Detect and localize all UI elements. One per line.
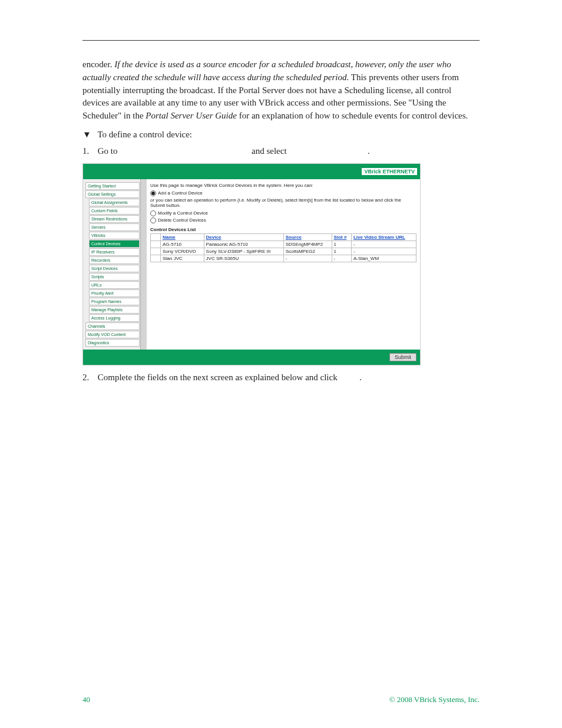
cell-source: - [283, 255, 332, 262]
cell-slot: 1 [332, 241, 351, 248]
nav-global-assignments[interactable]: Global Assignments [89, 199, 140, 206]
nav-manage-playlists[interactable]: Manage Playlists [89, 306, 140, 314]
shot-intro: Use this page to manage VBrick Control D… [150, 183, 416, 188]
top-rule [82, 40, 480, 41]
step-1: 1. Go to and select . [82, 145, 480, 158]
radio-modify-label: Modify a Control Device [158, 210, 208, 216]
shot-botbar: Submit [83, 350, 420, 365]
cell-slot: 1 [332, 248, 351, 255]
nav-getting-started[interactable]: Getting Started [85, 182, 140, 190]
nav-channels[interactable]: Channels [85, 322, 140, 330]
copyright: © 2008 VBrick Systems, Inc. [389, 695, 480, 704]
vbrick-logo: VBrick ETHERNETV [361, 167, 418, 176]
nav-urls[interactable]: URLs [89, 281, 140, 289]
submit-button[interactable]: Submit [389, 353, 416, 361]
intro-prefix: encoder. [82, 60, 114, 69]
intro-guide: Portal Server User Guide [146, 111, 237, 120]
nav-custom-fields[interactable]: Custom Fields [89, 207, 140, 215]
cell-url: - [351, 241, 416, 248]
step-2: 2. Complete the fields on the next scree… [82, 371, 480, 384]
intro-paragraph: encoder. If the device is used as a sour… [82, 58, 480, 123]
step-2-text: Complete the fields on the next screen a… [98, 373, 338, 382]
step-2-number: 2. [82, 371, 95, 384]
shot-content: Use this page to manage VBrick Control D… [147, 179, 420, 350]
th-url[interactable]: Live Video Stream URL [351, 234, 416, 241]
cell-url: A-Stan_WM [351, 255, 416, 262]
table-header-row: Name Device Source Slot # Live Video Str… [151, 234, 416, 241]
cell-name: Sony VCR/DVD [161, 248, 204, 255]
nav-program-names[interactable]: Program Names [89, 298, 140, 305]
shot-or-text: or you can select an operation to perfor… [150, 197, 416, 208]
nav-servers[interactable]: Servers [89, 223, 140, 231]
table-row[interactable]: AG-5710 Panasonic AG-5710 SDSEngMP4MP2 1… [151, 241, 416, 248]
radio-add-label: Add a Control Device [158, 190, 203, 196]
nav-ip-receivers[interactable]: IP Receivers [89, 248, 140, 256]
cell-device: Panasonic AG-5710 [204, 241, 283, 248]
step-1-c: . [368, 146, 370, 156]
nav-modify-vod[interactable]: Modify VOD Content [85, 331, 140, 338]
radio-icon [150, 210, 156, 216]
th-source[interactable]: Source [283, 234, 332, 241]
step-2-tail: . [359, 373, 362, 382]
cell-source: SDSEngMP4MP2 [283, 241, 332, 248]
cell-device: Sony SLV-D380P - SpitFIRE III [204, 248, 283, 255]
th-name[interactable]: Name [161, 234, 204, 241]
nav-recorders[interactable]: Recorders [89, 256, 140, 264]
nav-diagnostics[interactable]: Diagnostics [85, 339, 140, 347]
nav-vbricks[interactable]: VBricks [89, 232, 140, 239]
table-row[interactable]: Stan JVC JVC SR-S365U - - A-Stan_WM [151, 255, 416, 262]
intro-tail: for an explanation of how to schedule ev… [237, 111, 468, 120]
radio-delete[interactable]: Delete Control Devices [150, 218, 416, 223]
th-device[interactable]: Device [204, 234, 283, 241]
list-title: Control Devices List [150, 227, 416, 232]
step-define: ▼ To define a control device: [82, 129, 480, 141]
cell-name: Stan JVC [161, 255, 204, 262]
page-footer: 40 © 2008 VBrick Systems, Inc. [82, 695, 480, 704]
step-1-b: and select [252, 146, 287, 156]
shot-topbar: VBrick ETHERNETV [83, 164, 420, 179]
cell-url: - [351, 248, 416, 255]
radio-delete-label: Delete Control Devices [158, 218, 206, 223]
th-slot[interactable]: Slot # [332, 234, 351, 241]
nav-access-logging[interactable]: Access Logging [89, 314, 140, 322]
nav-global-settings[interactable]: Global Settings [85, 190, 140, 198]
shot-nav: Getting Started Global Settings Global A… [83, 179, 147, 350]
devices-table: Name Device Source Slot # Live Video Str… [150, 233, 416, 262]
radio-modify[interactable]: Modify a Control Device [150, 210, 416, 216]
page-number: 40 [82, 695, 90, 704]
radio-icon [150, 190, 156, 196]
nav-scripts[interactable]: Scripts [89, 273, 140, 281]
step-define-text: To define a control device: [97, 130, 192, 139]
nav-priority-alert[interactable]: Priority Alert [89, 289, 140, 297]
step-1-number: 1. [82, 145, 95, 158]
cell-source: ScottsMPEG2 [283, 248, 332, 255]
nav-script-devices[interactable]: Script Devices [89, 265, 140, 272]
step-1-a: Go to [98, 146, 118, 156]
cell-device: JVC SR-S365U [204, 255, 283, 262]
nav-control-devices[interactable]: Control Devices [89, 240, 140, 248]
triangle-icon: ▼ [82, 129, 95, 141]
nav-stream-restrictions[interactable]: Stream Restrictions [89, 215, 140, 223]
cell-name: AG-5710 [161, 241, 204, 248]
radio-icon [150, 218, 156, 223]
table-row[interactable]: Sony VCR/DVD Sony SLV-D380P - SpitFIRE I… [151, 248, 416, 255]
screenshot-panel: VBrick ETHERNETV Getting Started Global … [82, 163, 421, 365]
cell-slot: - [332, 255, 351, 262]
radio-add[interactable]: Add a Control Device [150, 190, 416, 196]
